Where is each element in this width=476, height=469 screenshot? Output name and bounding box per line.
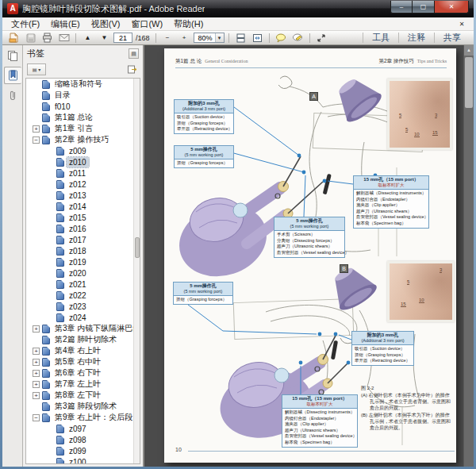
scrolling-mode-icon <box>236 33 246 43</box>
expand-icon[interactable]: + <box>33 392 40 399</box>
scroll-up-icon[interactable]: ▲ <box>464 45 474 56</box>
callout-subtitle: (5 mm working port) <box>176 152 232 158</box>
bookmark-item[interactable]: z098 <box>26 434 140 445</box>
bookmark-item[interactable]: 第3篇 肺段切除术 <box>26 401 140 412</box>
document-scrollbar-thumb[interactable] <box>465 57 473 108</box>
expand-icon[interactable]: + <box>33 359 40 366</box>
bookmark-item[interactable]: 缩略语和符号 <box>26 79 140 90</box>
bookmark-item[interactable]: z017 <box>26 234 140 245</box>
bookmark-icon <box>56 191 64 200</box>
panel-options-button[interactable]: ▤ <box>129 48 139 59</box>
next-page-button[interactable]: ▼ <box>97 32 112 44</box>
bookmark-item[interactable]: +第7章 左上叶 <box>26 379 140 390</box>
email-button[interactable] <box>56 32 71 44</box>
bookmark-item[interactable]: z011 <box>26 167 140 179</box>
bookmarks-scrollbar-thumb[interactable] <box>135 237 140 258</box>
callout-additional-3mm-port-b: 附加的3 mm孔(Additional 3 mm port)吸引器（Suctio… <box>351 331 414 366</box>
bookmark-icon <box>56 247 64 256</box>
bookmark-item[interactable]: +第1章 引言 <box>26 123 140 134</box>
save-button[interactable] <box>23 32 38 44</box>
fit-page-button[interactable] <box>250 32 265 44</box>
bookmark-item[interactable]: z024 <box>26 312 140 323</box>
expand-icon[interactable]: + <box>33 381 40 388</box>
expander-spacer <box>47 292 54 299</box>
bookmark-item[interactable]: 第2篇 肺叶切除术 <box>26 334 140 345</box>
menu-item[interactable]: 编辑(E) <box>45 18 86 30</box>
bookmark-item[interactable]: +第6章 右下叶 <box>26 367 140 379</box>
document-close-icon[interactable]: ✕ <box>456 21 467 28</box>
collapse-icon[interactable]: − <box>33 136 40 144</box>
bookmark-item[interactable]: −第2章 操作技巧 <box>26 134 140 145</box>
bookmark-item[interactable]: +第4章 右上叶 <box>26 345 140 356</box>
callout-header: 5 mm操作孔(5 mm working port) <box>175 146 233 160</box>
expand-current-bookmark-button[interactable] <box>125 63 139 75</box>
scrolling-mode-button[interactable] <box>233 32 248 44</box>
bookmark-item[interactable]: z097 <box>26 423 140 434</box>
port-number-marker: 3 <box>435 113 437 118</box>
print-button[interactable] <box>40 32 55 44</box>
zoom-in-button[interactable]: + <box>177 32 192 44</box>
bookmark-item[interactable]: −第9章 右上叶：尖后段 <box>26 412 140 423</box>
expand-icon[interactable]: + <box>33 125 40 133</box>
bookmark-item[interactable]: z014 <box>26 201 140 212</box>
fit-page-icon <box>252 33 263 43</box>
previous-page-button[interactable]: ▲ <box>80 32 95 44</box>
bookmark-item[interactable]: 第1篇 总论 <box>26 112 140 123</box>
bookmark-item[interactable]: z023 <box>26 301 140 312</box>
bookmark-item[interactable]: +第8章 左下叶 <box>26 390 140 401</box>
bookmark-item[interactable]: z013 <box>26 190 140 201</box>
zoom-out-button[interactable]: − <box>160 32 175 44</box>
port-number-marker: 10 <box>419 298 424 303</box>
bookmark-item[interactable]: +第3章 内镜下纵隔淋巴结解剖 <box>26 323 140 334</box>
bookmark-item[interactable]: z021 <box>26 279 140 290</box>
close-button[interactable]: ✕ <box>434 1 469 13</box>
toolbar-text-button[interactable]: 共享 <box>434 33 470 43</box>
bookmark-item[interactable]: 目录 <box>26 90 140 101</box>
bookmarks-scrollbar[interactable] <box>133 79 140 463</box>
bookmark-item[interactable]: z012 <box>26 179 140 190</box>
bookmark-label: 第2篇 肺叶切除术 <box>55 334 117 345</box>
zoom-dropdown-icon[interactable]: ▼ <box>215 33 224 42</box>
page-number-input[interactable] <box>113 33 132 43</box>
bookmarks-tab[interactable] <box>4 67 21 84</box>
callout-subtitle: 取标本时扩大 <box>284 402 355 407</box>
bookmark-item[interactable]: z019 <box>26 256 140 267</box>
toolbar-text-button[interactable]: 注释 <box>398 33 434 43</box>
bookmark-item[interactable]: z015 <box>26 212 140 223</box>
bookmark-item[interactable]: +第5章 右中叶 <box>26 356 140 367</box>
document-scrollbar[interactable]: ▲ <box>463 45 474 467</box>
bookmark-item[interactable]: z099 <box>26 445 140 456</box>
minimize-button[interactable]: – <box>390 1 413 13</box>
toolbar-text-button[interactable]: 工具 <box>363 33 398 43</box>
menu-item[interactable]: 文件(F) <box>6 18 45 30</box>
menu-item[interactable]: 窗口(W) <box>125 18 168 30</box>
bookmark-item[interactable]: z009 <box>26 145 140 156</box>
bookmarks-panel-title: 书签 <box>27 48 44 60</box>
comment-bubble-button[interactable] <box>274 32 289 44</box>
bookmark-item[interactable]: z018 <box>26 245 140 256</box>
maximize-button[interactable]: ▢ <box>413 1 434 13</box>
callout-subtitle: (5 mm working port) <box>276 224 343 229</box>
bookmark-item[interactable]: z016 <box>26 223 140 234</box>
bookmark-item[interactable]: z100 <box>26 456 140 464</box>
highlight-button[interactable] <box>290 32 305 44</box>
expand-icon[interactable]: + <box>33 325 40 333</box>
bookmark-item[interactable]: f010 <box>26 101 140 112</box>
collapse-icon[interactable]: − <box>33 414 40 421</box>
expand-icon[interactable]: + <box>33 348 40 355</box>
attachments-tab[interactable] <box>4 86 21 104</box>
bookmark-item[interactable]: z010 <box>26 156 140 167</box>
bookmark-item[interactable]: z020 <box>26 267 140 279</box>
fullscreen-button[interactable] <box>314 32 329 44</box>
page-thumbnails-tab[interactable] <box>4 47 21 64</box>
menu-item[interactable]: 帮助(H) <box>168 18 209 30</box>
port-placement-photo-a: 5510315 <box>387 79 452 150</box>
zoom-level-select[interactable]: 80% ▼ <box>194 33 225 43</box>
port-number-marker: 5 <box>405 127 408 133</box>
menu-item[interactable]: 视图(V) <box>86 18 126 30</box>
expand-icon[interactable]: + <box>33 370 40 377</box>
bookmark-icon <box>56 280 64 289</box>
bookmark-options-button[interactable]: ▤ ▾ <box>27 63 46 75</box>
bookmark-item[interactable]: z022 <box>26 290 140 301</box>
open-file-button[interactable] <box>6 32 21 44</box>
